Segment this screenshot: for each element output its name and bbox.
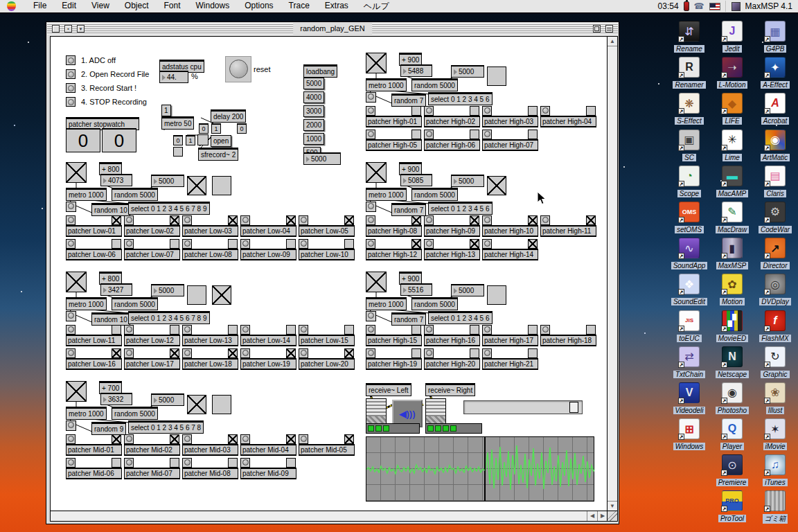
desktop-icon-image[interactable]: ⊙ ↗ <box>722 454 743 475</box>
desktop-icon-label[interactable]: Videodeli <box>673 407 706 414</box>
desktop-icon[interactable]: ⊞ ↗ Windows <box>668 418 710 454</box>
bang-button[interactable] <box>482 130 492 139</box>
desktop-icon-image[interactable]: PRO ↗ <box>722 490 743 511</box>
desktop-icon-label[interactable]: Player <box>720 443 744 450</box>
bang-button[interactable] <box>366 92 376 103</box>
desktop-icon-label[interactable]: Claris <box>764 190 786 197</box>
patcher-object[interactable]: patcher High-15 <box>366 335 422 346</box>
patcher-object[interactable]: patcher High-06 <box>424 139 480 151</box>
toggle-box[interactable] <box>470 215 479 225</box>
message-box[interactable]: 1 <box>161 105 171 116</box>
desktop-icon[interactable]: ◉ ↗ Photosho <box>711 382 753 418</box>
patcher-object[interactable]: patcher Mid-03 <box>182 444 238 456</box>
desktop-icon-image[interactable]: ❖ ↗ <box>679 274 700 294</box>
desktop-icon[interactable]: JIS ↗ toEUC <box>668 310 710 346</box>
select-object[interactable]: select 0 1 2 3 4 5 6 <box>428 311 493 324</box>
desktop-icon-image[interactable]: ↗ ↗ <box>765 238 786 258</box>
desktop-icon[interactable]: J ↗ Jedit <box>711 21 753 57</box>
toggle-box[interactable] <box>286 215 296 225</box>
bang-button[interactable] <box>482 106 492 116</box>
random-small-object[interactable]: random 10 <box>91 203 130 216</box>
bang-button[interactable] <box>366 215 375 225</box>
desktop-icon[interactable]: ✳ ↗ Lime <box>711 130 753 166</box>
desktop-icon[interactable]: V ↗ Videodeli <box>668 382 710 418</box>
time-message-box[interactable]: 5000 <box>303 78 324 89</box>
random-object[interactable]: random 5000 <box>112 407 158 420</box>
toggle-box[interactable] <box>411 215 421 225</box>
bang-button[interactable] <box>66 434 76 444</box>
desktop-icon-image[interactable]: JIS ↗ <box>679 310 700 331</box>
toggle-box[interactable] <box>528 239 538 249</box>
patcher-object[interactable]: patcher Low-05 <box>299 225 355 237</box>
desktop-icon-image[interactable]: ◔ ↗ <box>679 166 700 186</box>
desktop-icon[interactable]: ✶ ↗ iMovie <box>754 418 796 454</box>
desktop-icon-image[interactable]: ∿ ↗ <box>679 238 700 258</box>
group-toggle[interactable] <box>66 162 87 183</box>
group-toggle[interactable] <box>66 272 87 292</box>
desktop-icon-image[interactable]: ✶ ↗ <box>765 418 786 439</box>
random-small-object[interactable]: random 7 <box>391 94 426 107</box>
select-object[interactable]: select 0 1 2 3 4 5 6 <box>428 92 493 105</box>
patcher-object[interactable]: patcher High-05 <box>366 139 422 151</box>
bang-button[interactable] <box>66 202 76 212</box>
toggle-box[interactable] <box>212 395 231 414</box>
desktop-icon-label[interactable]: Rename <box>674 45 704 53</box>
toggle-box[interactable] <box>470 130 479 139</box>
apple-menu-icon[interactable] <box>7 1 16 11</box>
bang-button[interactable] <box>366 348 375 358</box>
patcher-object[interactable]: patcher High-11 <box>540 225 596 237</box>
patcher-object[interactable]: patcher High-17 <box>482 335 538 346</box>
title-bar[interactable]: ▪ ▾ random_play_GEN <box>47 23 618 35</box>
toggle-box[interactable] <box>286 325 296 335</box>
desktop-icon-image[interactable]: ⊞ ↗ <box>679 418 700 439</box>
patcher-object[interactable]: patcher High-09 <box>424 225 480 237</box>
toggle-box[interactable] <box>286 458 296 468</box>
toggle-box[interactable] <box>187 395 206 414</box>
interval-number-box[interactable]: 5000 <box>151 284 184 296</box>
slider-handle[interactable] <box>569 402 578 413</box>
desktop-icon-image[interactable]: J ↗ <box>722 21 743 42</box>
patcher-object[interactable]: patcher Mid-01 <box>66 444 122 456</box>
desktop-icon-image[interactable]: ♫ ↗ <box>765 454 786 475</box>
desktop-icon[interactable]: ◆ ↗ LIFE <box>711 93 753 129</box>
bang-button[interactable] <box>182 239 192 249</box>
bang-button[interactable] <box>424 239 434 249</box>
lock-button[interactable]: ▪ <box>64 25 72 33</box>
random-small-object[interactable]: random 7 <box>391 312 426 326</box>
bang-button[interactable] <box>124 215 134 225</box>
patcher-object[interactable]: patcher Low-03 <box>182 225 238 237</box>
desktop-icon-label[interactable]: Jedit <box>722 45 741 53</box>
desktop-icon-label[interactable]: Netscape <box>716 371 749 378</box>
patcher-object[interactable]: patcher High-04 <box>540 116 596 127</box>
desktop-icon-image[interactable]: ❋ ↗ <box>679 93 700 114</box>
toggle-box[interactable] <box>470 106 479 116</box>
desktop-icon[interactable]: R ↗ Renamer <box>668 57 710 93</box>
patcher-object[interactable]: patcher High-01 <box>366 116 422 127</box>
toggle-box[interactable] <box>411 239 421 249</box>
button-box[interactable] <box>197 134 209 145</box>
bang-button[interactable] <box>66 239 76 249</box>
desktop-icon[interactable]: ✎ ↗ MacDraw <box>711 202 753 238</box>
patcher-object[interactable]: patcher Low-10 <box>299 249 355 260</box>
bang-button[interactable] <box>240 458 250 468</box>
desktop-icon-label[interactable]: MacAMP <box>716 190 749 197</box>
bang-button[interactable] <box>124 434 134 444</box>
bang-button[interactable] <box>366 202 376 212</box>
patcher-object[interactable]: patcher High-07 <box>482 139 538 151</box>
toggle-box[interactable] <box>411 130 421 139</box>
time-message-box[interactable]: 2000 <box>303 119 324 131</box>
interval-number-box[interactable]: 5000 <box>451 175 484 187</box>
toggle-box[interactable] <box>112 458 121 468</box>
offset-number-box[interactable]: 5085 <box>400 174 432 186</box>
toggle-box[interactable] <box>487 285 506 305</box>
vertical-scrollbar[interactable]: ▲ ▼ <box>607 36 618 511</box>
menu-item[interactable]: Font <box>157 1 188 12</box>
patcher-object[interactable]: patcher High-14 <box>482 249 538 260</box>
bang-button[interactable] <box>482 348 492 358</box>
bang-button[interactable] <box>540 106 550 116</box>
desktop-icon[interactable]: ◔ ↗ Scope <box>668 166 710 202</box>
patcher-object[interactable]: patcher Low-01 <box>66 225 122 237</box>
zoom-button[interactable] <box>593 25 601 33</box>
patcher-object[interactable]: patcher Low-08 <box>182 249 238 260</box>
patcher-object[interactable]: patcher High-08 <box>366 225 422 237</box>
